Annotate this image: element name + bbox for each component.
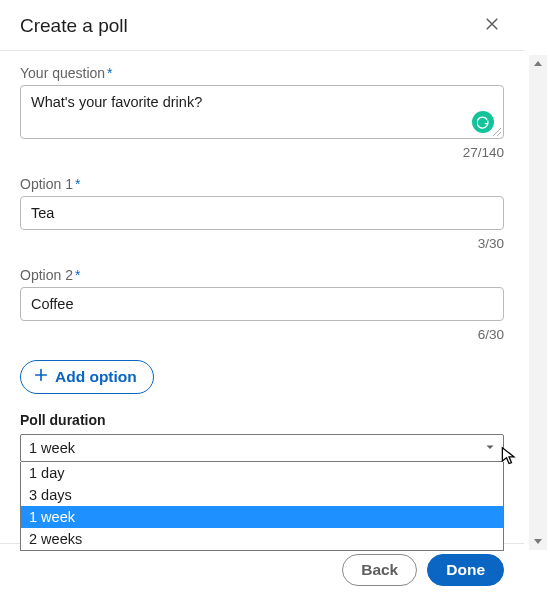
duration-select-wrap: 1 week 1 day3 days1 week2 weeks bbox=[20, 434, 504, 462]
duration-option[interactable]: 3 days bbox=[21, 484, 503, 506]
close-icon bbox=[483, 15, 501, 37]
duration-dropdown[interactable]: 1 day3 days1 week2 weeks bbox=[20, 462, 504, 551]
modal-footer: Back Done bbox=[0, 543, 524, 598]
question-field-wrap bbox=[20, 85, 504, 139]
duration-option[interactable]: 2 weeks bbox=[21, 528, 503, 550]
scroll-down-button[interactable] bbox=[529, 532, 547, 550]
question-counter: 27/140 bbox=[20, 145, 504, 160]
duration-option[interactable]: 1 week bbox=[21, 506, 503, 528]
modal: Create a poll Your question* 27/140 Opti… bbox=[0, 0, 524, 598]
option-label: Option 2* bbox=[20, 267, 504, 283]
scroll-up-button[interactable] bbox=[529, 55, 547, 73]
done-button[interactable]: Done bbox=[427, 554, 504, 586]
duration-option[interactable]: 1 day bbox=[21, 462, 503, 484]
grammarly-icon[interactable] bbox=[472, 111, 494, 133]
option-label: Option 1* bbox=[20, 176, 504, 192]
option-group: Option 2* 6/30 bbox=[20, 267, 504, 342]
chevron-down-icon bbox=[484, 440, 496, 456]
modal-content: Your question* 27/140 Option 1* 3/30 Opt… bbox=[0, 51, 524, 543]
required-mark: * bbox=[75, 267, 80, 283]
back-button[interactable]: Back bbox=[342, 554, 417, 586]
option-label-text: Option 1 bbox=[20, 176, 73, 192]
page-title: Create a poll bbox=[20, 15, 128, 37]
option-label-text: Option 2 bbox=[20, 267, 73, 283]
add-option-button[interactable]: Add option bbox=[20, 360, 154, 394]
required-mark: * bbox=[107, 65, 112, 81]
add-option-label: Add option bbox=[55, 368, 137, 386]
option-counter: 3/30 bbox=[20, 236, 504, 251]
close-button[interactable] bbox=[480, 14, 504, 38]
modal-header: Create a poll bbox=[0, 0, 524, 51]
scrollbar[interactable] bbox=[529, 55, 547, 550]
question-input[interactable] bbox=[21, 86, 503, 134]
question-label-text: Your question bbox=[20, 65, 105, 81]
required-mark: * bbox=[75, 176, 80, 192]
option-group: Option 1* 3/30 bbox=[20, 176, 504, 251]
option-counter: 6/30 bbox=[20, 327, 504, 342]
duration-label: Poll duration bbox=[20, 412, 504, 428]
question-label: Your question* bbox=[20, 65, 504, 81]
duration-select[interactable]: 1 week bbox=[20, 434, 504, 462]
option-1-input[interactable] bbox=[20, 196, 504, 230]
option-2-input[interactable] bbox=[20, 287, 504, 321]
plus-icon bbox=[33, 367, 49, 387]
duration-selected-value: 1 week bbox=[29, 440, 75, 456]
